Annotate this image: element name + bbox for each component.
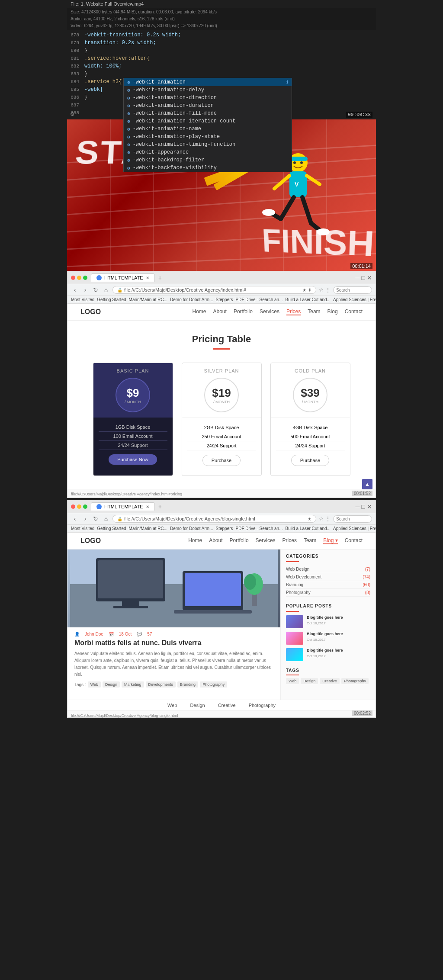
tab-close-icon[interactable]: ✕ (146, 276, 149, 280)
blog-address-bar[interactable]: 🔒 file:///C:/Users/Majd/Desktop/Creative… (112, 515, 316, 523)
blog-nav-about[interactable]: About (209, 537, 222, 544)
bookmark-steppers[interactable]: Steppers (216, 297, 233, 302)
blog-bookmark-getting-started[interactable]: Getting Started (97, 526, 126, 531)
autocomplete-item-4[interactable]: ⚙-webkit-animation-fill-mode (124, 109, 292, 117)
blog-bookmark-laser[interactable]: Build a Laser Cut and... (285, 526, 331, 531)
blog-new-tab-button[interactable]: + (158, 503, 162, 510)
autocomplete-info-icon[interactable]: ℹ (286, 80, 288, 85)
reload-button[interactable]: ↻ (92, 286, 100, 294)
nav-prices-pricing[interactable]: Prices (286, 308, 301, 315)
blog-maximize-dot[interactable] (83, 504, 87, 509)
basic-purchase-button[interactable]: Purchase Now (109, 454, 157, 465)
search-input-pricing[interactable] (333, 286, 372, 294)
nav-contact-pricing[interactable]: Contact (345, 308, 363, 315)
blog-minimize-icon[interactable]: ─ (356, 503, 360, 510)
blog-close-dot[interactable] (71, 504, 75, 509)
code-editor[interactable]: 678 -webkit-transition: 0.2s width;679 t… (67, 30, 376, 119)
blog-bookmark-icon[interactable]: ☆ (319, 516, 324, 522)
autocomplete-item-6[interactable]: ⚙-webkit-animation-name (124, 125, 292, 133)
browser-tab-pricing[interactable]: HTML TEMPLATE ✕ (91, 273, 155, 282)
sidebar-tag-design[interactable]: Design (301, 678, 318, 684)
forward-button[interactable]: › (81, 286, 89, 294)
sidebar-tag-creative[interactable]: Creative (320, 678, 340, 684)
autocomplete-item-7[interactable]: ⚙-webkit-animation-play-state (124, 133, 292, 141)
autocomplete-item-9[interactable]: ⚙-webkit-appearance (124, 148, 292, 156)
blog-bottom-web[interactable]: Web (167, 703, 177, 708)
minimize-icon[interactable]: ─ (356, 274, 360, 281)
sidebar-tag-web[interactable]: Web (286, 678, 299, 684)
autocomplete-dropdown[interactable]: ⚙-webkit-animationℹ⚙-webkit-animation-de… (123, 78, 292, 172)
post-tag-marketing[interactable]: Marketing (122, 681, 144, 688)
blog-bottom-creative[interactable]: Creative (218, 703, 236, 708)
address-bar[interactable]: 🔒 file:///C:/Users/Majd/Desktop/Creative… (112, 286, 316, 294)
autocomplete-item-3[interactable]: ⚙-webkit-animation-duration (124, 102, 292, 109)
bookmark-getting-started[interactable]: Getting Started (97, 297, 126, 302)
nav-services-pricing[interactable]: Services (260, 308, 279, 315)
settings-icon[interactable]: ⋮ (325, 287, 331, 293)
blog-minimize-dot[interactable] (77, 504, 81, 509)
bookmark-marin[interactable]: Marin/Marin at RC... (129, 297, 167, 302)
post-tag-design[interactable]: Design (103, 681, 120, 688)
post-tag-branding[interactable]: Branding (177, 681, 198, 688)
new-tab-button[interactable]: + (158, 274, 162, 281)
popular-post-1[interactable]: Blog title goes here Oct 18,2017 (286, 615, 370, 628)
bookmark-icon[interactable]: ☆ (319, 287, 324, 293)
blog-bookmark-pdf[interactable]: PDF Drive - Search an... (236, 526, 283, 531)
close-dot[interactable] (71, 276, 75, 280)
autocomplete-item-11[interactable]: ⚙-webkit-backface-visibility (124, 164, 292, 172)
gold-purchase-button[interactable]: Purchase (291, 455, 329, 466)
nav-portfolio-pricing[interactable]: Portfolio (234, 308, 253, 315)
blog-bottom-design[interactable]: Design (190, 703, 205, 708)
gear-icon[interactable]: ⚙ (71, 110, 74, 118)
blog-nav-portfolio[interactable]: Portfolio (230, 537, 249, 544)
autocomplete-item-5[interactable]: ⚙-webkit-animation-iteration-count (124, 117, 292, 125)
popular-post-2[interactable]: Blog title goes here Oct 18,2017 (286, 632, 370, 645)
minimize-dot[interactable] (77, 276, 81, 280)
nav-team-pricing[interactable]: Team (308, 308, 320, 315)
category-branding[interactable]: Branding (60) (286, 581, 370, 589)
nav-about-pricing[interactable]: About (213, 308, 227, 315)
blog-close-icon[interactable]: ✕ (367, 503, 372, 510)
home-button[interactable]: ⌂ (102, 286, 110, 294)
post-tag-web[interactable]: Web (88, 681, 101, 688)
category-photography[interactable]: Photography (8) (286, 589, 370, 597)
nav-home-pricing[interactable]: Home (193, 308, 206, 315)
blog-nav-home[interactable]: Home (188, 537, 202, 544)
blog-nav-prices[interactable]: Prices (282, 537, 297, 544)
bookmark-pdf[interactable]: PDF Drive - Search an... (236, 297, 283, 302)
blog-bookmark-demo[interactable]: Demo for Dobot Arm... (170, 526, 213, 531)
bookmark-applied[interactable]: Applied Sciences | Fre... (333, 297, 376, 302)
popular-post-3[interactable]: Blog title goes here Oct 18,2017 (286, 648, 370, 661)
blog-bookmark-applied[interactable]: Applied Sciences | Fre... (333, 526, 376, 531)
blog-tab-close-icon[interactable]: ✕ (146, 504, 149, 509)
blog-forward-button[interactable]: › (81, 515, 89, 523)
silver-purchase-button[interactable]: Purchase (202, 455, 241, 466)
bookmark-demo[interactable]: Demo for Dobot Arm... (170, 297, 213, 302)
search-input-blog[interactable] (333, 515, 372, 523)
blog-bookmark-marin[interactable]: Marin/Marin at RC... (129, 526, 167, 531)
autocomplete-item-10[interactable]: ⚙-webkit-backdrop-filter (124, 156, 292, 164)
bookmark-most-visited[interactable]: Most Visited (71, 297, 94, 302)
post-tag-photography[interactable]: Photography (200, 681, 227, 688)
blog-restore-icon[interactable]: □ (362, 503, 365, 510)
autocomplete-item-2[interactable]: ⚙-webkit-animation-direction (124, 94, 292, 102)
blog-bookmark-steppers[interactable]: Steppers (216, 526, 233, 531)
blog-nav-blog[interactable]: Blog ▾ (323, 537, 337, 544)
close-icon[interactable]: ✕ (367, 274, 372, 281)
back-button[interactable]: ‹ (71, 286, 79, 294)
browser-tab-blog[interactable]: HTML TEMPLATE ✕ (91, 502, 155, 511)
autocomplete-item-1[interactable]: ⚙-webkit-animation-delay (124, 86, 292, 94)
autocomplete-item-8[interactable]: ⚙-webkit-animation-timing-function (124, 141, 292, 148)
restore-icon[interactable]: □ (362, 274, 365, 281)
autocomplete-item-0[interactable]: ⚙-webkit-animationℹ (124, 78, 292, 86)
blog-nav-contact[interactable]: Contact (345, 537, 363, 544)
blog-reload-button[interactable]: ↻ (92, 515, 100, 523)
scroll-to-top-button[interactable]: ▲ (362, 479, 372, 489)
post-tag-developments[interactable]: Developments (146, 681, 176, 688)
blog-bookmark-most-visited[interactable]: Most Visited (71, 526, 94, 531)
blog-back-button[interactable]: ‹ (71, 515, 79, 523)
bookmark-laser[interactable]: Build a Laser Cut and... (285, 297, 331, 302)
category-web-dev[interactable]: Web Development (74) (286, 573, 370, 581)
blog-nav-services[interactable]: Services (256, 537, 276, 544)
category-web-design[interactable]: Web Design (7) (286, 566, 370, 573)
